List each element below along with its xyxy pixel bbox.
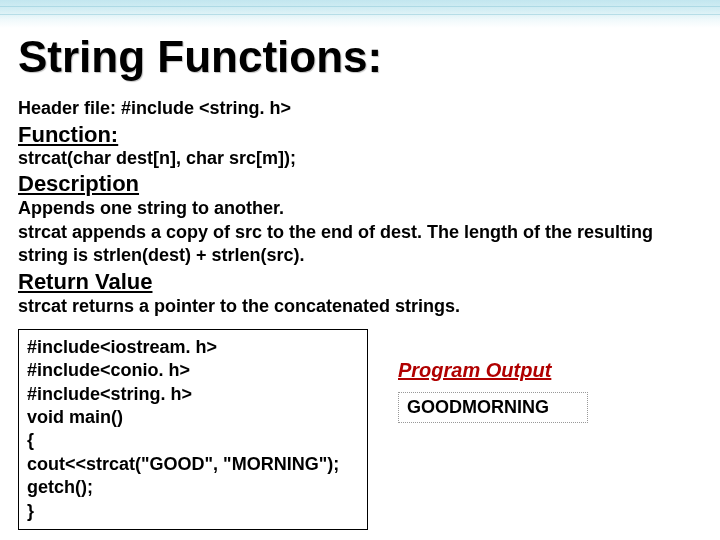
code-line: getch();: [27, 476, 359, 499]
output-column: Program Output GOODMORNING: [368, 329, 702, 530]
description-line-2: strcat appends a copy of src to the end …: [18, 221, 702, 244]
code-line: {: [27, 429, 359, 452]
description-line-3: string is strlen(dest) + strlen(src).: [18, 244, 702, 267]
header-file-line: Header file: #include <string. h>: [18, 96, 702, 120]
code-output-row: #include<iostream. h> #include<conio. h>…: [18, 329, 702, 530]
slide-title: String Functions:: [18, 32, 702, 82]
program-output-value: GOODMORNING: [398, 392, 588, 423]
decorative-top-band: [0, 0, 720, 28]
code-box: #include<iostream. h> #include<conio. h>…: [18, 329, 368, 530]
return-value-text: strcat returns a pointer to the concaten…: [18, 295, 702, 318]
return-value-heading: Return Value: [18, 269, 702, 295]
code-line: #include<iostream. h>: [27, 336, 359, 359]
function-signature: strcat(char dest[n], char src[m]);: [18, 148, 702, 169]
description-line-1: Appends one string to another.: [18, 197, 702, 220]
code-line: #include<conio. h>: [27, 359, 359, 382]
description-heading: Description: [18, 171, 702, 197]
code-line: #include<string. h>: [27, 383, 359, 406]
code-line: cout<<strcat("GOOD", "MORNING");: [27, 453, 359, 476]
function-heading: Function:: [18, 122, 702, 148]
code-line: }: [27, 500, 359, 523]
code-line: void main(): [27, 406, 359, 429]
program-output-label: Program Output: [398, 359, 702, 382]
slide-content: String Functions: Header file: #include …: [18, 32, 702, 532]
